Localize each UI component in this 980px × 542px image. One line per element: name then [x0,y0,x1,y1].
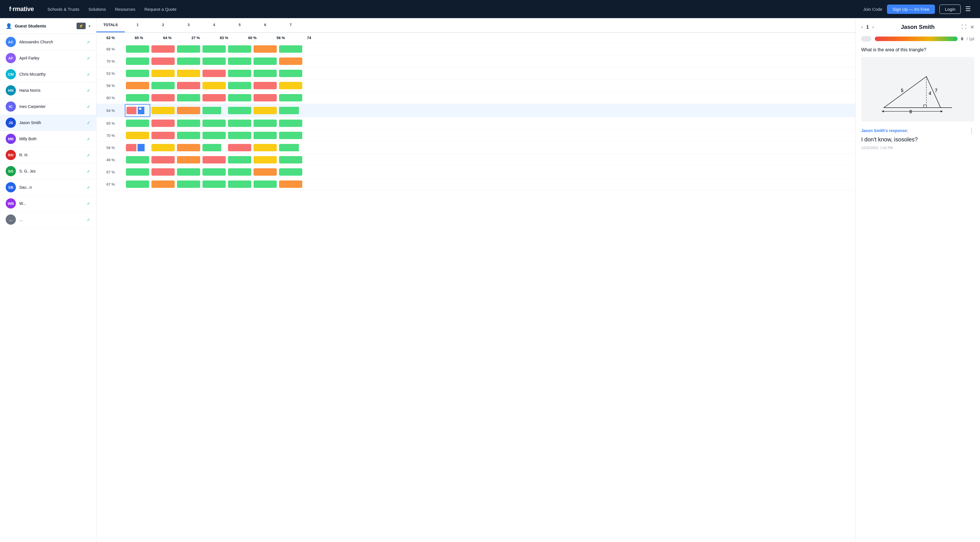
bar-cell [252,79,278,92]
bar-cell [252,92,278,104]
avg-col-1: 65 % [125,33,153,43]
bar-cell [125,142,150,154]
signup-button[interactable]: Sign Up — it's Free [887,5,935,14]
bar-cell [125,117,150,129]
student-name: Ines Carpenter [19,104,83,109]
bar-cell [176,117,201,129]
bar-cell [201,117,227,129]
student-row[interactable]: HN Hana Norris ✓ [0,82,96,98]
table-row[interactable]: 67 % [96,178,855,190]
table-row[interactable]: 70 % [96,55,855,67]
row-total: 56 % [96,143,125,153]
bar-cell [278,105,304,116]
table-row[interactable]: 67 % [96,166,855,178]
fullscreen-button[interactable]: ⛶ [962,24,967,30]
bar-cell [252,178,278,190]
table-row[interactable]: 70 % [96,130,855,142]
table-row[interactable]: 66 % [96,43,855,55]
table-row[interactable]: 58 % [96,79,855,92]
table-row-active[interactable]: 64 % 💬 [96,104,855,117]
score-toggle[interactable] [861,36,872,42]
more-options-button[interactable]: ⋮ [969,127,974,134]
row-total: 70 % [96,131,125,141]
bar-cell [150,105,176,116]
chevron-down-icon[interactable]: ▾ [89,24,91,29]
bar-cell [150,142,176,154]
row-total: 64 % [96,106,125,116]
hamburger-menu-button[interactable]: ☰ [965,5,971,13]
bar-cell [150,92,176,104]
nav-schools-trusts[interactable]: Schools & Trusts [47,7,80,12]
login-button[interactable]: Login [939,5,961,14]
score-max: / 1pt [967,36,974,41]
student-row[interactable]: SG S. G...les ✓ [0,163,96,179]
bar-cell [176,92,201,104]
table-row[interactable]: 65 % [96,117,855,130]
student-row[interactable]: ... ... ✓ [0,212,96,228]
check-icon: ✓ [87,120,91,125]
bar-cell [201,105,227,116]
row-total: 58 % [96,81,125,91]
table-row[interactable]: 53 % [96,67,855,79]
bar-cell [125,178,150,190]
svg-text:8: 8 [909,109,912,114]
prev-question-button[interactable]: ‹ [861,24,863,30]
student-row[interactable]: WB W... ✓ [0,195,96,212]
svg-text:4: 4 [929,91,931,96]
bar-cell [227,55,252,67]
bar-cell [176,105,201,116]
response-panel: ‹ 1 › Jason Smith ⛶ ✕ 0 / 1pt What is th… [855,18,980,542]
table-row[interactable]: 60 % [96,92,855,104]
table-row[interactable]: 56 % [96,142,855,154]
bar-cell [278,154,304,166]
student-row[interactable]: SB Sau...n ✓ [0,179,96,195]
lightning-button[interactable]: ⚡ [76,23,86,29]
close-panel-button[interactable]: ✕ [970,24,974,30]
avg-col-5: 60 % [238,33,267,43]
nav-solutions[interactable]: Solutions [89,7,106,12]
student-row[interactable]: CM Chris Mccarthy ✓ [0,66,96,82]
bar-cell [252,166,278,178]
svg-text:5: 5 [901,88,904,93]
averages-row: 62 % 65 % 64 % 27 % 83 % 60 % 56 % 74 [96,33,855,43]
bar-cell [125,79,150,92]
table-wrapper: TOTALS 1 2 3 4 5 6 7 62 % 65 % 64 % 27 %… [96,18,855,190]
panel-header: ‹ 1 › Jason Smith ⛶ ✕ [861,24,974,30]
avatar: SG [6,166,16,176]
nav-resources[interactable]: Resources [115,7,135,12]
bar-cell [278,178,304,190]
check-icon: ✓ [87,185,91,190]
logo: f·rmative [9,5,34,13]
student-row[interactable]: AF April Farley ✓ [0,50,96,66]
totals-header: TOTALS [96,18,125,32]
avatar: AF [6,53,16,63]
student-row-active[interactable]: JS Jason Smith ✓ [0,115,96,131]
check-icon: ✓ [87,55,91,61]
student-row[interactable]: IC Ines Carpenter ✓ [0,98,96,115]
bar-cell [227,130,252,141]
bar-cell [150,79,176,92]
student-name: April Farley [19,56,83,60]
bar-cell [252,117,278,129]
bar-cell [150,43,176,55]
row-total: 66 % [96,44,125,54]
bar-cell [278,166,304,178]
avatar: CM [6,69,16,79]
col-header-1: 1 [125,18,150,32]
bar-cell [176,178,201,190]
student-row[interactable]: MB Milly Both ✓ [0,131,96,147]
join-code-button[interactable]: Join Code [863,7,883,12]
avatar: WB [6,198,16,209]
response-header: Jason Smith's response: ⋮ [861,127,974,134]
next-question-button[interactable]: › [872,24,874,30]
scores-table-panel: TOTALS 1 2 3 4 5 6 7 62 % 65 % 64 % 27 %… [96,18,855,542]
question-text: What is the area of this triangle? [861,47,974,52]
student-row[interactable]: RH R. H. ✓ [0,147,96,163]
student-row[interactable]: AC Alessandro Church ✓ [0,34,96,50]
bar-cell [227,166,252,178]
row-total: 70 % [96,56,125,66]
nav-quote[interactable]: Request a Quote [144,7,177,12]
table-row[interactable]: 49 % [96,154,855,166]
students-header: 👤 Guest Students ⚡ ▾ [0,18,96,34]
row-total: 65 % [96,119,125,128]
